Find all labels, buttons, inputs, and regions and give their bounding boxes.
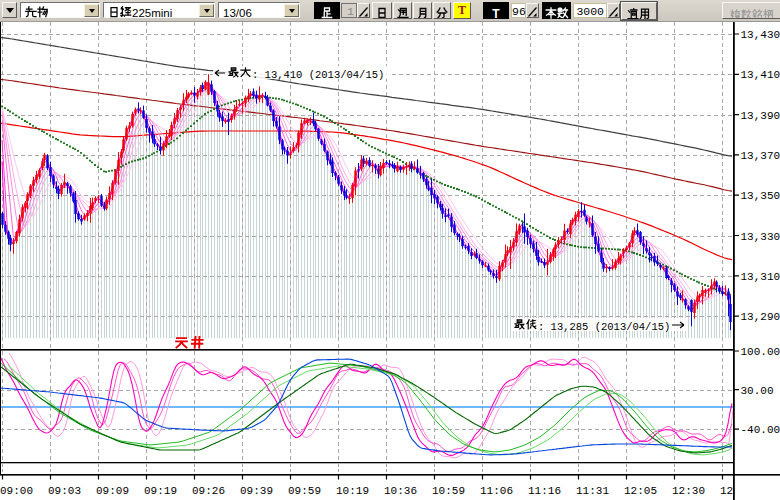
svg-text:13,310: 13,310 [741,271,780,283]
svg-text:: 13,285 (2013/04/15): : 13,285 (2013/04/15) [538,321,670,333]
svg-text:: 13,410 (2013/04/15): : 13,410 (2013/04/15) [252,69,384,81]
svg-text:13,350: 13,350 [741,190,780,202]
svg-text:13,430: 13,430 [741,29,780,41]
svg-text:11:31: 11:31 [576,485,609,497]
svg-text:12:05: 12:05 [624,485,657,497]
svg-text:09:26: 09:26 [192,485,225,497]
svg-text:13,390: 13,390 [741,110,780,122]
svg-text:09:00: 09:00 [0,485,33,497]
svg-text:-40.00: -40.00 [741,424,780,436]
svg-text:11:16: 11:16 [528,485,561,497]
svg-text:10:19: 10:19 [336,485,369,497]
svg-text:10:36: 10:36 [384,485,417,497]
svg-text:10:59: 10:59 [432,485,465,497]
svg-text:13,410: 13,410 [741,69,780,81]
svg-text:09:59: 09:59 [288,485,321,497]
svg-text:09:39: 09:39 [240,485,273,497]
svg-text:11:06: 11:06 [480,485,513,497]
svg-text:09:09: 09:09 [96,485,129,497]
svg-text:09:03: 09:03 [48,485,81,497]
svg-text:13,290: 13,290 [741,311,780,323]
svg-text:100.00: 100.00 [741,346,780,358]
svg-text:30.00: 30.00 [741,385,774,397]
svg-text:12: 12 [720,485,733,497]
svg-text:12:30: 12:30 [672,485,705,497]
svg-text:13,330: 13,330 [741,231,780,243]
svg-text:13,370: 13,370 [741,150,780,162]
svg-text:09:19: 09:19 [144,485,177,497]
